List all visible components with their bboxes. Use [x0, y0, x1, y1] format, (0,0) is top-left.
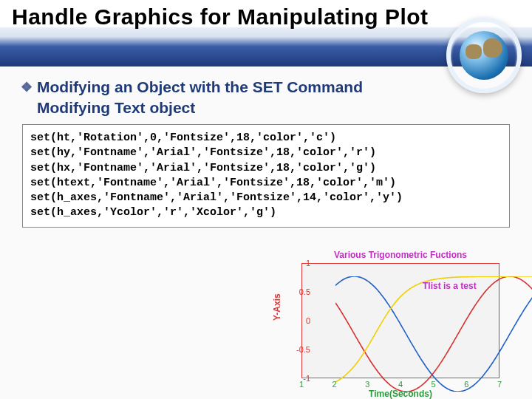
chart-title: Various Trigonometric Fuctions — [301, 250, 499, 260]
x-axis-label: Time(Seconds) — [301, 389, 499, 399]
chart-lines — [335, 276, 532, 392]
y-tick: 0 — [306, 316, 310, 325]
x-tick: 4 — [398, 380, 403, 389]
section-heading-text: Modifying an Object with the SET Command — [37, 78, 363, 95]
y-axis-label: Y-Axis — [272, 293, 282, 321]
x-tick: 1 — [299, 380, 304, 389]
diamond-bullet-icon: ❖ — [21, 80, 33, 95]
y-tick: 0.5 — [299, 287, 310, 296]
sub-heading: Modifying Text object — [37, 99, 511, 117]
globe-icon — [443, 15, 525, 96]
y-tick: -0.5 — [296, 345, 310, 354]
x-tick: 5 — [432, 380, 436, 389]
y-tick: 1 — [306, 259, 310, 267]
chart-annotation: Tlist is a test — [423, 281, 477, 291]
chart-figure: Various Trigonometric Fuctions Tlist is … — [267, 250, 511, 398]
code-block: set(ht,'Rotation',0,'Fontsize',18,'color… — [22, 124, 510, 228]
title-band: Handle Graphics for Manipulating Plot — [0, 0, 532, 66]
x-tick: 2 — [332, 380, 337, 389]
y-tick: -1 — [303, 374, 310, 383]
x-tick: 6 — [464, 380, 468, 389]
x-tick: 7 — [497, 380, 502, 389]
x-tick: 3 — [365, 380, 369, 389]
section-heading: ❖Modifying an Object with the SET Comman… — [21, 78, 511, 96]
